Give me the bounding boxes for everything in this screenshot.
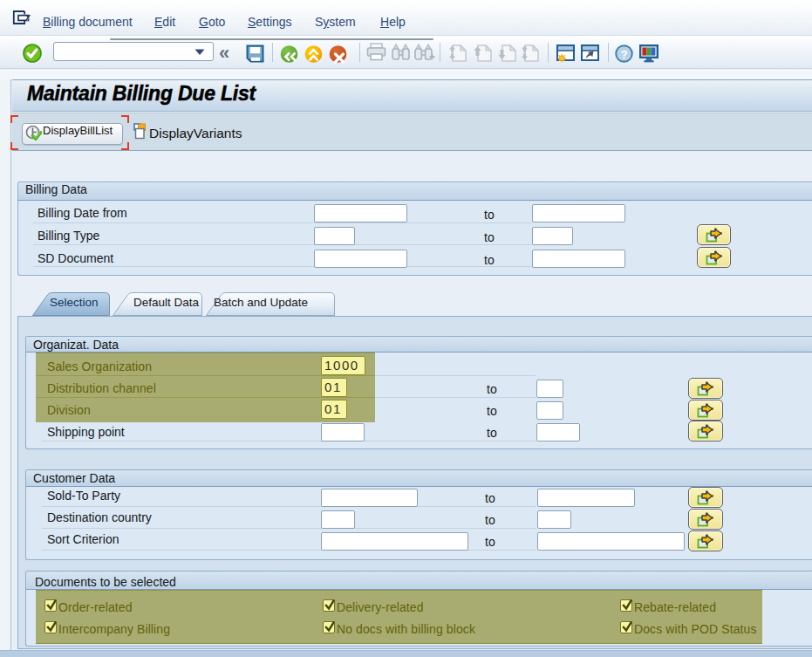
svg-text:?: ? <box>620 48 627 61</box>
